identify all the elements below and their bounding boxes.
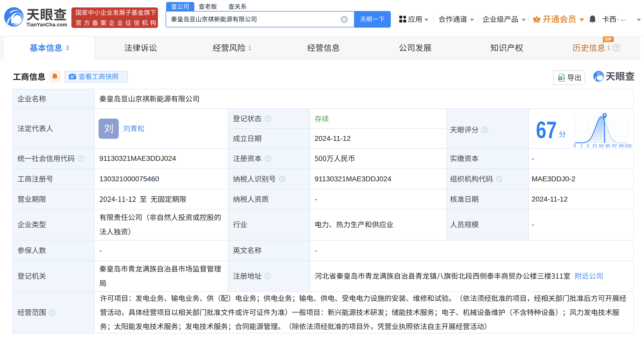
svg-text:?: ? xyxy=(51,310,53,315)
svg-text:3: 3 xyxy=(587,143,589,148)
svg-text:0: 0 xyxy=(573,143,576,148)
svg-text:100: 100 xyxy=(624,143,631,148)
svg-text:?: ? xyxy=(615,45,618,51)
svg-text:1: 1 xyxy=(580,143,582,148)
svg-text:50: 50 xyxy=(599,143,604,148)
svg-text:?: ? xyxy=(266,156,269,161)
svg-text:99: 99 xyxy=(619,143,624,148)
svg-text:15: 15 xyxy=(592,143,597,148)
svg-text:?: ? xyxy=(266,116,269,121)
svg-text:97: 97 xyxy=(612,143,617,148)
svg-text:?: ? xyxy=(80,156,82,161)
svg-text:?: ? xyxy=(281,177,283,182)
svg-text:?: ? xyxy=(266,274,269,279)
svg-text:VIP: VIP xyxy=(605,37,611,41)
svg-text:?: ? xyxy=(484,128,486,132)
svg-text:85: 85 xyxy=(606,143,610,148)
svg-text:?: ? xyxy=(498,177,500,182)
